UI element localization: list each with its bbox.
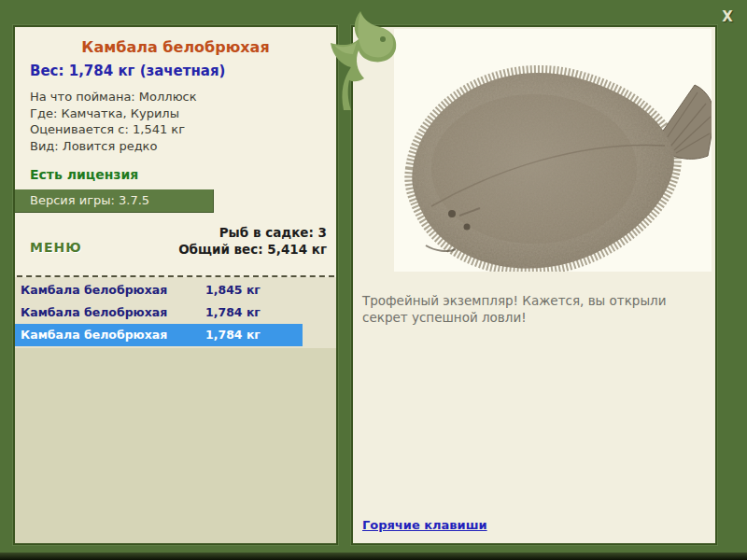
catch-row-weight: 1,845 кг	[205, 279, 261, 301]
hotkeys-link[interactable]: Горячие клавиши	[362, 518, 487, 532]
flounder-photo	[394, 29, 712, 272]
sack-info: Рыб в садке: 3 Общий вес: 5,414 кг	[178, 225, 327, 258]
fish-weight: Вес: 1,784 кг (зачетная)	[30, 63, 225, 79]
game-version-bar: Версия игры: 3.7.5	[15, 189, 214, 213]
catch-row[interactable]: Камбала белобрюхая 1,784 кг	[15, 301, 336, 324]
catch-list: Камбала белобрюхая 1,845 кг Камбала бело…	[15, 277, 336, 543]
catch-panel: Камбала белобрюхая Вес: 1,784 кг (зачетн…	[13, 25, 338, 545]
close-button[interactable]: X	[715, 7, 740, 27]
detail-bait: На что поймана: Моллюск	[30, 89, 197, 105]
fish-title: Камбала белобрюхая	[15, 38, 336, 56]
menu-button[interactable]: МЕНЮ	[30, 240, 82, 255]
catch-row-weight: 1,784 кг	[205, 324, 261, 346]
catch-row-name: Камбала белобрюхая	[21, 324, 167, 346]
bottom-strip	[0, 553, 747, 560]
catch-row[interactable]: Камбала белобрюхая 1,845 кг	[15, 279, 336, 301]
trophy-message: Трофейный экземпляр! Кажется, вы открыли…	[362, 292, 684, 326]
detail-location: Где: Камчатка, Курилы	[30, 105, 197, 122]
sack-total-weight: Общий вес: 5,414 кг	[178, 242, 327, 259]
game-window: X Камбала белобрюхая Вес: 1,784 кг (заче…	[0, 0, 747, 560]
fish-details: На что поймана: Моллюск Где: Камчатка, К…	[30, 89, 197, 154]
sack-fish-count: Рыб в садке: 3	[178, 225, 327, 242]
trophy-panel: ТРОФЕЙ	[351, 25, 717, 545]
catch-row-weight: 1,784 кг	[205, 301, 261, 324]
detail-rarity: Вид: Ловится редко	[30, 138, 197, 155]
catch-row-name: Камбала белобрюхая	[21, 279, 167, 301]
detail-min-weight: Оценивается с: 1,541 кг	[30, 121, 197, 138]
catch-row-selected[interactable]: Камбала белобрюхая 1,784 кг	[15, 324, 303, 346]
license-status: Есть лицензия	[30, 167, 138, 182]
catch-row-name: Камбала белобрюхая	[21, 301, 167, 324]
